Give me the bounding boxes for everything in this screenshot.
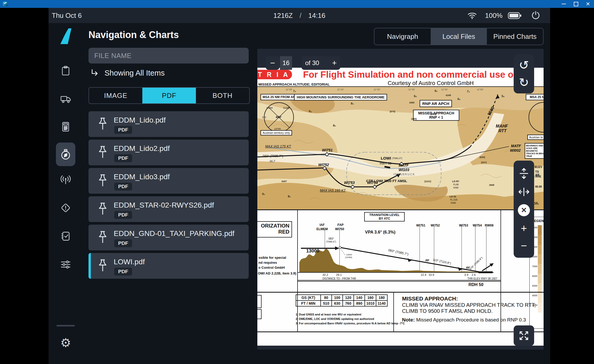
sliders-icon: [60, 259, 71, 270]
fit-height-icon[interactable]: [518, 167, 529, 180]
pin-icon[interactable]: [97, 259, 108, 273]
msa-value: 11200: [283, 107, 289, 109]
battery-icon: [508, 12, 522, 19]
spot-elev: 8₃: [351, 102, 354, 105]
austrian-territory-box: Austrian territory only: [260, 130, 292, 135]
missed-approach-rnp-line2: RNP < 1: [414, 115, 459, 119]
file-row[interactable]: EDDM_Lido.pdf PDF: [88, 111, 249, 137]
close-chart-button[interactable]: ✕: [518, 204, 530, 216]
sidebar-item-checklist[interactable]: [60, 230, 71, 242]
left-fragment: o Control GmbH: [258, 266, 285, 270]
checklist-icon: [60, 230, 71, 242]
sidebar-item-performance-calculator[interactable]: [60, 121, 71, 133]
pin-icon[interactable]: [97, 174, 108, 188]
page-number-display: 16: [280, 56, 292, 70]
page-prev-button[interactable]: −: [266, 56, 279, 70]
filter-image[interactable]: IMAGE: [89, 88, 142, 103]
matf-right-label: MATF: [511, 144, 521, 148]
bearings-line: TRUE: [526, 155, 544, 157]
profile-fix: WI753: [459, 224, 468, 227]
status-date: Thu Oct 6: [52, 12, 82, 20]
sidebar-item-ground-services[interactable]: [60, 93, 71, 105]
missed-approach-title: MISSED APPROACH:: [402, 296, 458, 302]
zoom-tools: ✕ + −: [514, 161, 534, 258]
spot-elev: (630): [480, 156, 485, 159]
rotate-ccw-icon[interactable]: ↺: [519, 59, 529, 71]
fap-fix: WI750: [335, 227, 344, 231]
profile-fix: RW08: [485, 224, 493, 227]
file-row[interactable]: EDDM_Lido2.pdf PDF: [88, 140, 249, 165]
rotate-cw-icon[interactable]: ↻: [519, 76, 529, 88]
iaf-label: IAF: [320, 223, 325, 227]
close-icon: ✕: [586, 1, 590, 7]
msa-left-box: MSA 25 NM FROM ARP: [260, 94, 299, 100]
matf-wi103-label: WI103: [399, 168, 409, 172]
pin-icon[interactable]: [97, 117, 108, 132]
fenix-logo: [60, 28, 72, 45]
sidebar-item-settings-panel[interactable]: [60, 259, 71, 270]
matf-center-label: MATF: [399, 163, 409, 167]
chart-country-stamp: T R I A: [257, 70, 292, 79]
tab-navigraph[interactable]: Navigraph: [374, 28, 431, 45]
chart-note-3: 3. For uncompensated Baro-VNAV systems, …: [296, 322, 405, 325]
tab-local-files[interactable]: Local Files: [431, 28, 487, 45]
file-search-input[interactable]: [88, 48, 249, 64]
app-window-icon: [3, 2, 8, 6]
spot-elev: 7₂: [467, 90, 470, 93]
zoom-out-button[interactable]: −: [521, 240, 527, 251]
sidebar-item-clipboard[interactable]: [60, 65, 71, 77]
spot-elev: 6₈: [457, 97, 460, 101]
sidebar-item-navigation-active[interactable]: [56, 143, 75, 166]
status-utc-time: 1216Z: [273, 12, 293, 20]
ftmin-header: FT / MIN: [296, 300, 321, 306]
rdh-label: RDH 50: [468, 282, 483, 287]
filter-both[interactable]: BOTH: [196, 88, 249, 103]
spot-elev: 5₉: [502, 94, 504, 98]
file-badge: PDF: [114, 154, 132, 162]
arp-label: ARP: [276, 116, 281, 119]
file-row[interactable]: EDDN_GND-01_TAXI_PARKING.pdf PDF: [88, 225, 249, 250]
tab-pinned-charts[interactable]: Pinned Charts: [487, 28, 543, 45]
close-x-icon: ✕: [521, 206, 527, 214]
spot-elev: (670): [390, 110, 395, 113]
rdh-divider: [297, 280, 501, 281]
pin-icon[interactable]: [97, 230, 108, 245]
warning-diamond-icon: [60, 202, 71, 214]
power-icon[interactable]: [531, 11, 540, 20]
chart-page[interactable]: T R I A For Flight Simulation and non co…: [257, 68, 544, 346]
page-title: Navigation & Charts: [88, 29, 179, 40]
intermediate-alt: 13000: [346, 254, 352, 256]
sidebar-item-settings[interactable]: ⚙: [60, 337, 71, 349]
matf-wi002-label: WI002: [510, 148, 520, 152]
page-next-button[interactable]: +: [332, 59, 337, 67]
showing-status: Showing All Items: [105, 69, 165, 77]
file-row[interactable]: EDDM_Lido3.pdf PDF: [88, 168, 249, 194]
maximize-button[interactable]: [570, 0, 582, 8]
pin-icon[interactable]: [97, 202, 108, 217]
file-name: EDDM_STAR-02-RWYS26.pdf: [114, 201, 214, 209]
airspace-lo21-fl: FL 215: [450, 198, 457, 201]
lon-label: 11°50': [477, 88, 483, 91]
lon-label: 11°30': [408, 88, 415, 91]
left-edge-box-fragment: [257, 309, 262, 319]
lon-label: 11°40': [441, 88, 448, 91]
fullscreen-button[interactable]: [514, 325, 534, 346]
spot-elev: 3948: [489, 184, 494, 186]
sidebar-item-failures[interactable]: [60, 202, 71, 214]
filter-pdf[interactable]: PDF: [142, 88, 196, 103]
close-button[interactable]: ✕: [582, 0, 594, 8]
status-time-separator: /: [300, 12, 301, 20]
page-number: 16: [283, 59, 290, 67]
grid-fragment-10: 10₁: [534, 202, 539, 205]
filter-arrow-icon: [90, 69, 99, 78]
fit-width-icon[interactable]: [518, 186, 530, 197]
file-row-selected[interactable]: LOWI.pdf PDF: [88, 253, 249, 279]
spot-elev: 6₉: [414, 94, 417, 98]
pin-icon[interactable]: [97, 145, 108, 160]
file-row[interactable]: EDDM_STAR-02-RWYS26.pdf PDF: [88, 196, 249, 222]
zoom-in-button[interactable]: +: [521, 223, 527, 234]
minimize-button[interactable]: [558, 0, 570, 8]
left-fragment: nd requires: [258, 261, 277, 265]
intermediate-alt-true: (11083): [345, 256, 352, 259]
sidebar-item-radio[interactable]: [60, 174, 71, 186]
